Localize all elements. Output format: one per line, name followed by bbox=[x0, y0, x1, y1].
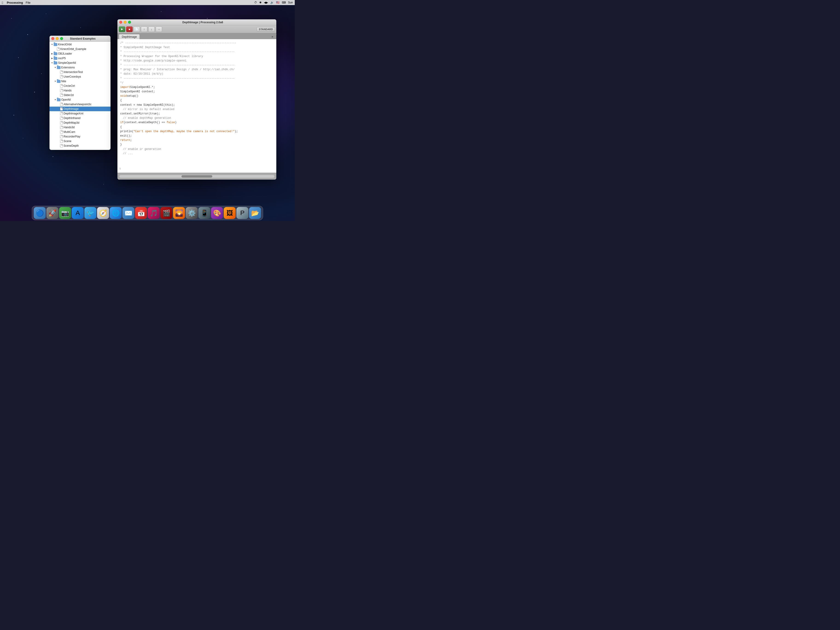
tree-item-scene[interactable]: Scene bbox=[49, 139, 111, 144]
editor-close-button[interactable] bbox=[119, 21, 122, 24]
dock-icon-colorsync[interactable]: 🎨 bbox=[211, 207, 223, 219]
new-button[interactable]: 📄 bbox=[134, 27, 140, 32]
menu-bar-flag: 🇺🇸 bbox=[276, 1, 279, 4]
code-comment: * Processing Wrapper for the OpenNI/Kine… bbox=[120, 54, 203, 59]
file-icon bbox=[60, 93, 63, 97]
code-comment: */ bbox=[120, 81, 123, 85]
tree-item-label: Hands3d bbox=[63, 126, 74, 129]
tree-item-usercoordsys[interactable]: UserCoordsys bbox=[49, 74, 111, 79]
menu-bar-time-machine[interactable]: ⏱ bbox=[254, 1, 257, 4]
tree-item-simpleopenni[interactable]: ▼ SimpleOpenNI bbox=[49, 60, 111, 65]
dock-icon-mail[interactable]: ✉️ bbox=[123, 207, 134, 219]
menu-bar-input[interactable]: ⌨ bbox=[282, 1, 286, 4]
tree-item-kinectorbit_example[interactable]: KinectOrbit_Example bbox=[49, 47, 111, 51]
svg-point-0 bbox=[11, 18, 12, 19]
code-line-17: void setup() bbox=[120, 94, 273, 98]
svg-point-3 bbox=[81, 27, 81, 28]
tree-arrow: ▶ bbox=[51, 52, 54, 55]
tree-item-kinectorbit[interactable]: ▼ KinectOrbit bbox=[49, 42, 111, 47]
code-line-22: context.setMirror(true); bbox=[120, 112, 273, 116]
editor-tab-arrow[interactable]: ► bbox=[270, 34, 275, 39]
dock-icon-finder2[interactable]: 📂 bbox=[249, 207, 261, 219]
dock-icon-bird[interactable]: 🐦 bbox=[85, 207, 96, 219]
menu-bar-bluetooth[interactable]: ✱ bbox=[259, 1, 262, 4]
tree-item-extensions[interactable]: ▼ Extensions bbox=[49, 65, 111, 70]
dock-icon-rocket[interactable]: 🚀 bbox=[46, 207, 58, 219]
dock-icon-dvd[interactable]: 🎬 bbox=[161, 207, 172, 219]
tree-item-depthimage[interactable]: DepthImage bbox=[49, 107, 111, 111]
svg-point-19 bbox=[161, 11, 161, 12]
code-normal: { bbox=[120, 125, 122, 129]
dock-icon-processing[interactable]: P bbox=[237, 207, 248, 219]
app-menu-processing[interactable]: Processing bbox=[7, 1, 23, 5]
scrollbar-thumb[interactable] bbox=[182, 175, 213, 178]
file-icon bbox=[60, 84, 63, 87]
dock-icon-safari[interactable]: 🧭 bbox=[97, 207, 109, 219]
tree-item-depthimagexml[interactable]: DepthImageXml bbox=[49, 111, 111, 116]
examples-window-title: Standard Examples bbox=[57, 37, 109, 40]
code-line-18: { bbox=[120, 98, 273, 103]
tree-item-oscp5[interactable]: ▶ oscP5 bbox=[49, 56, 111, 60]
menu-bar-wifi[interactable]: ◀▶ bbox=[264, 1, 268, 4]
code-line-15: SimpleOpenNI context; bbox=[120, 90, 273, 94]
editor-toolbar: ▶ ■ 📄 ↑ ↓ → STANDARD bbox=[117, 25, 276, 33]
code-normal: SimpleOpenNI.*; bbox=[130, 85, 155, 90]
menu-file[interactable]: File bbox=[26, 1, 31, 5]
dock-icon-iphoto2[interactable]: 🖼 bbox=[224, 207, 236, 219]
tree-item-depthinfrared[interactable]: DepthInfrared bbox=[49, 116, 111, 120]
menu-bar-clock: Sun bbox=[288, 1, 293, 4]
tree-item-nite[interactable]: ▼ Nite bbox=[49, 79, 111, 84]
menu-bar-volume[interactable]: 🔊 bbox=[270, 1, 274, 4]
editor-window: DepthImage | Processing 2.0a6 ▶ ■ 📄 ↑ ↓ … bbox=[117, 19, 276, 180]
line-number: 1 bbox=[119, 167, 121, 171]
open-button[interactable]: ↑ bbox=[141, 27, 147, 32]
menu-bar-right: ⏱ ✱ ◀▶ 🔊 🇺🇸 ⌨ Sun bbox=[254, 1, 293, 4]
editor-tab-depthimage[interactable]: DepthImage bbox=[119, 34, 140, 39]
tree-item-objloader[interactable]: ▶ OBJLoader bbox=[49, 51, 111, 56]
svg-point-9 bbox=[14, 115, 14, 115]
dock-icon-globe[interactable]: 🌐 bbox=[110, 207, 122, 219]
code-area[interactable]: /* -------------------------------------… bbox=[117, 39, 276, 173]
close-button[interactable] bbox=[51, 37, 54, 40]
tree-item-hands[interactable]: Hands bbox=[49, 88, 111, 93]
tree-item-intersectiontest[interactable]: IntersectionTest bbox=[49, 70, 111, 74]
dock-icon-sysprefs[interactable]: ⚙️ bbox=[186, 207, 198, 219]
export-button[interactable]: → bbox=[156, 27, 162, 32]
stop-button[interactable]: ■ bbox=[126, 27, 133, 32]
tree-item-multicam[interactable]: MultiCam bbox=[49, 129, 111, 134]
code-comment: * date: 02/16/2011 (m/d/y) bbox=[120, 72, 163, 76]
dock-icon-iphone[interactable]: 📱 bbox=[199, 207, 210, 219]
apple-menu[interactable]:  bbox=[2, 1, 3, 5]
editor-minimize-button[interactable] bbox=[124, 21, 126, 24]
tree-arrow: ▼ bbox=[54, 66, 57, 69]
tree-item-slider2d[interactable]: Slider2d bbox=[49, 93, 111, 97]
tree-item-alternativeviewpoint3c[interactable]: AlternativeViewpoint3c bbox=[49, 102, 111, 107]
code-normal: exit(); bbox=[120, 134, 132, 138]
tree-item-circlectrl[interactable]: CircleCtrl bbox=[49, 84, 111, 88]
code-line-12: import SimpleOpenNI.*; bbox=[120, 85, 273, 90]
dock-icon-photos[interactable]: 📷 bbox=[59, 207, 71, 219]
dock-icon-calendar[interactable]: 📅 bbox=[135, 207, 147, 219]
folder-icon bbox=[54, 57, 57, 60]
horizontal-scrollbar[interactable] bbox=[119, 175, 275, 178]
standard-mode-button[interactable]: STANDARD bbox=[257, 27, 275, 31]
tree-item-recorderplay[interactable]: RecorderPlay bbox=[49, 134, 111, 139]
file-icon bbox=[60, 126, 63, 129]
code-line-7: * prog: Max Rheiner / Interaction Design… bbox=[120, 68, 273, 72]
tree-item-openni[interactable]: ▼ OpenNI bbox=[49, 97, 111, 102]
dock-icon-itunes[interactable]: 🎵 bbox=[148, 207, 160, 219]
dock-icon-finder[interactable]: 🔵 bbox=[34, 207, 46, 219]
dock-icon-iphoto[interactable]: 🌄 bbox=[173, 207, 185, 219]
dock-icon-appstore[interactable]: A bbox=[72, 207, 84, 219]
tree-item-hands3d[interactable]: Hands3d bbox=[49, 125, 111, 129]
file-icon bbox=[60, 103, 63, 106]
run-button[interactable]: ▶ bbox=[119, 27, 125, 32]
tree-arrow: ▼ bbox=[51, 43, 54, 46]
tree-item-depthmap3d[interactable]: DepthMap3d bbox=[49, 120, 111, 125]
editor-maximize-button[interactable] bbox=[128, 21, 131, 24]
save-button[interactable]: ↓ bbox=[148, 27, 155, 32]
folder-icon bbox=[57, 66, 60, 69]
svg-point-4 bbox=[18, 57, 19, 58]
tree-item-scenedepth[interactable]: SceneDepth bbox=[49, 144, 111, 148]
tree-view[interactable]: ▼ KinectOrbit KinectOrbit_Example ▶ OBJL… bbox=[49, 42, 111, 150]
